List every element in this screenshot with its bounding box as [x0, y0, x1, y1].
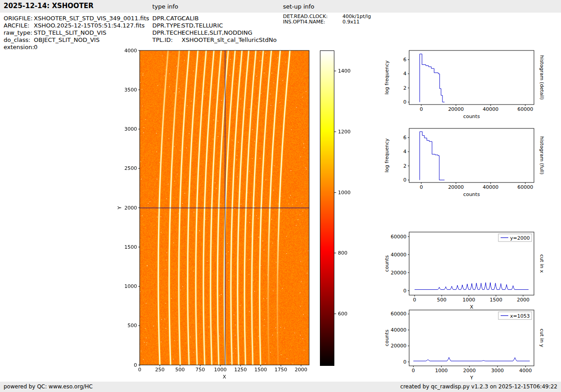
colorbar-tick-label: 600	[338, 311, 347, 317]
svg-text:0: 0	[403, 359, 406, 365]
footer-bar: powered by QC: www.eso.org/HC created by…	[0, 382, 561, 392]
hist_detail-axes: 02000040000600000246countslog frequencyh…	[384, 47, 558, 123]
meta-value: XSHOOTER_SLT_STD_VIS_349_0011.fits	[34, 15, 149, 22]
svg-text:3000: 3000	[124, 126, 137, 132]
svg-text:0: 0	[420, 184, 423, 190]
colorbar-tick-label: 1400	[338, 68, 351, 73]
svg-text:40000: 40000	[483, 106, 498, 112]
svg-text:40000: 40000	[391, 252, 406, 258]
cut_y-axes: 010002000300040000200004000060000Ycounts…	[384, 306, 558, 381]
svg-text:histogram (detail): histogram (detail)	[539, 55, 545, 100]
type-info-row: DPR.TECH:ECHELLE,SLIT,NODDING	[152, 29, 277, 36]
svg-text:0: 0	[420, 106, 423, 112]
colorbar-tick-label: 800	[338, 250, 347, 256]
svg-text:Y: Y	[117, 206, 123, 210]
type-info-row: DPR.CATG:CALIB	[152, 15, 277, 22]
raw-frame-heatmap	[140, 50, 309, 365]
cut_x-axes: 05001000150020000200004000060000Xcountsc…	[384, 228, 558, 314]
meta-value: 0.9x11	[342, 19, 360, 25]
meta-key: INS.OPTI4.NAME:	[283, 19, 342, 25]
svg-text:0: 0	[403, 288, 406, 294]
svg-text:6: 6	[403, 57, 406, 63]
colorbar-tick	[334, 71, 336, 71]
svg-text:0: 0	[413, 297, 416, 303]
svg-text:20000: 20000	[448, 184, 464, 190]
svg-text:histogram (full): histogram (full)	[539, 137, 545, 175]
svg-text:y=2000: y=2000	[510, 235, 530, 241]
file-info-row: do_class:OBJECT_SLIT_NOD_VIS	[4, 36, 149, 44]
svg-text:2000: 2000	[124, 205, 137, 211]
svg-text:1000: 1000	[124, 283, 137, 289]
type-info-row: TPL.ID:XSHOOTER_slt_cal_TelluricStdNo	[152, 36, 277, 44]
footer-created-by: created by qc_rawdisp.py v1.2.3 on 2025-…	[400, 382, 557, 392]
svg-text:4000: 4000	[124, 48, 137, 54]
svg-text:40000: 40000	[391, 327, 406, 333]
svg-text:60000: 60000	[517, 184, 533, 190]
svg-text:20000: 20000	[391, 343, 406, 349]
raw-frame-plot: 0250500750100012501500175020000500100015…	[110, 47, 318, 390]
qc-report-page: 2025-12-14: XSHOOTER type info set-up in…	[0, 0, 561, 392]
cut-in-y-plot: 010002000300040000200004000060000Ycounts…	[384, 306, 558, 381]
svg-text:1000: 1000	[462, 297, 475, 303]
svg-text:2: 2	[403, 163, 406, 169]
meta-value: OBJECT_SLIT_NOD_VIS	[34, 36, 100, 43]
colorbar-tick-label: 1000	[338, 189, 351, 195]
svg-text:4: 4	[403, 71, 406, 77]
svg-text:2000: 2000	[295, 367, 307, 373]
svg-text:1000: 1000	[214, 367, 227, 373]
colorbar-tick-label: 1200	[338, 128, 351, 134]
svg-text:3000: 3000	[491, 368, 504, 374]
file-info-row: ORIGFILE:XSHOOTER_SLT_STD_VIS_349_0011.f…	[4, 15, 149, 22]
svg-text:2000: 2000	[463, 368, 476, 374]
svg-text:1000: 1000	[435, 368, 448, 374]
svg-text:counts: counts	[384, 329, 390, 346]
hist_full-axes: 02000040000600000246countslog frequencyh…	[384, 125, 558, 201]
colorbar-tick	[334, 192, 336, 193]
file-info-row: raw_type:STD_TELL_SLIT_NOD_VIS	[4, 29, 149, 36]
svg-text:40000: 40000	[483, 184, 498, 190]
svg-text:log frequency: log frequency	[384, 60, 390, 95]
svg-text:0: 0	[412, 368, 415, 374]
svg-text:0: 0	[403, 99, 406, 105]
svg-text:1500: 1500	[124, 244, 137, 250]
svg-text:60000: 60000	[391, 311, 406, 317]
svg-text:1750: 1750	[274, 367, 287, 373]
svg-text:20000: 20000	[448, 106, 464, 112]
meta-value: XSHOO.2025-12-15T05:51:54.127.fits	[34, 22, 145, 29]
page-title: 2025-12-14: XSHOOTER	[4, 2, 94, 10]
svg-text:cut in y: cut in y	[539, 329, 545, 347]
meta-value: 0	[34, 44, 37, 50]
svg-text:750: 750	[196, 367, 205, 373]
svg-text:3500: 3500	[124, 87, 137, 93]
type-info-heading: type info	[152, 3, 178, 10]
type-info-block: DPR.CATG:CALIB DPR.TYPE:STD,TELLURIC DPR…	[152, 15, 277, 44]
cut-in-x-plot: 05001000150020000200004000060000Xcountsc…	[384, 228, 558, 314]
svg-text:x=1053: x=1053	[510, 313, 530, 319]
svg-text:log frequency: log frequency	[384, 138, 390, 173]
meta-key: raw_type:	[4, 29, 34, 36]
svg-text:1500: 1500	[255, 367, 267, 373]
setup-info-row: INS.OPTI4.NAME:0.9x11	[283, 19, 371, 25]
meta-key: do_class:	[4, 36, 34, 44]
svg-text:6: 6	[403, 135, 406, 141]
svg-text:counts: counts	[463, 114, 480, 119]
file-info-block: ORIGFILE:XSHOOTER_SLT_STD_VIS_349_0011.f…	[4, 15, 149, 51]
colorbar-gradient	[320, 50, 334, 366]
meta-key: DPR.TYPE:	[152, 22, 182, 29]
svg-text:2: 2	[403, 85, 406, 91]
meta-value: CALIB	[182, 15, 199, 22]
svg-text:4: 4	[403, 149, 406, 155]
svg-text:0: 0	[134, 362, 137, 368]
svg-text:4000: 4000	[519, 368, 532, 374]
colorbar: 600800100012001400	[320, 50, 356, 367]
svg-text:X: X	[223, 374, 226, 380]
meta-value: STD_TELL_SLIT_NOD_VIS	[34, 29, 106, 36]
meta-key: DPR.CATG:	[152, 15, 182, 22]
header-bar: 2025-12-14: XSHOOTER type info set-up in…	[0, 0, 561, 13]
meta-key: ORIGFILE:	[4, 15, 34, 22]
svg-text:2000: 2000	[517, 297, 529, 303]
histogram-full-plot: 02000040000600000246countslog frequencyh…	[384, 125, 558, 201]
svg-text:500: 500	[175, 367, 185, 373]
type-info-row: DPR.TYPE:STD,TELLURIC	[152, 22, 277, 29]
footer-qc-link[interactable]: powered by QC: www.eso.org/HC	[4, 382, 93, 392]
